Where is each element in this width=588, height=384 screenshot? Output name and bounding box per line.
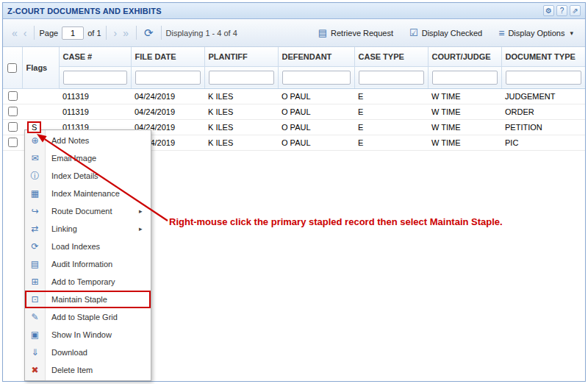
column-header-defendant[interactable]: DEFENDANT (278, 47, 354, 66)
menu-item-email-image[interactable]: ✉Email Image (25, 149, 151, 167)
menu-item-add-notes[interactable]: ⊕Add Notes (25, 132, 151, 149)
column-header-case-type[interactable]: CASE TYPE (354, 47, 428, 66)
menu-item-label: Load Indexes (45, 242, 139, 251)
filter-plantiff-input[interactable] (209, 71, 274, 85)
add-to-temporary-icon: ⊞ (25, 277, 45, 287)
menu-item-label: Show In Window (45, 330, 139, 339)
settings-icon[interactable]: ⚙ (543, 5, 554, 16)
cell-plantiff: K ILES (204, 119, 278, 135)
menu-item-index-maintenance[interactable]: ▦Index Maintenance (25, 185, 151, 202)
load-indexes-icon: ⟳ (25, 241, 45, 252)
row-checkbox[interactable] (8, 91, 18, 101)
display-options-button[interactable]: ≡ Display Options ▾ (492, 24, 579, 42)
row-checkbox[interactable] (8, 122, 18, 132)
cell-plantiff: K ILES (204, 104, 278, 119)
menu-item-label: Linking (45, 224, 139, 233)
linking-icon: ⇄ (25, 224, 45, 234)
prev-page-icon[interactable]: ‹ (21, 28, 30, 38)
toolbar-separator (136, 26, 137, 40)
submenu-arrow-icon: ▸ (139, 207, 151, 215)
staple-flag: S (27, 121, 41, 133)
filter-cell-case (59, 66, 131, 88)
menu-item-download[interactable]: ⇓Download (25, 344, 151, 361)
menu-item-label: Audit Information (45, 260, 139, 269)
display-options-label: Display Options (508, 29, 564, 38)
row-checkbox[interactable] (8, 138, 18, 147)
display-checked-button[interactable]: ☑ Display Checked (404, 24, 488, 41)
delete-item-icon: ✖ (25, 365, 45, 375)
zcourt-panel: Z-COURT DOCUMENTS AND EXHIBITS ⚙ ? ⇗ « ‹… (2, 2, 586, 382)
filter-cell-document-type (501, 66, 585, 88)
menu-item-route-document[interactable]: ↪Route Document▸ (25, 202, 151, 220)
menu-item-label: Delete Item (45, 366, 139, 374)
displaying-status: Displaying 1 - 4 of 4 (166, 29, 237, 38)
menu-item-add-to-staple-grid[interactable]: ✎Add to Staple Grid (25, 308, 151, 326)
retrieve-request-button[interactable]: ▤ Retrieve Request (312, 24, 399, 41)
menu-item-maintain-staple[interactable]: ⊡Maintain Staple (25, 291, 151, 308)
filter-defendant-input[interactable] (282, 71, 351, 85)
retrieve-request-icon: ▤ (318, 28, 327, 38)
next-page-icon[interactable]: › (111, 28, 121, 38)
cell-case-type: E (354, 88, 428, 104)
filter-document-type-input[interactable] (506, 71, 581, 85)
menu-item-load-indexes[interactable]: ⟳Load Indexes (25, 238, 151, 255)
cell-defendant: O PAUL (278, 88, 354, 104)
select-all-checkbox[interactable] (7, 63, 17, 73)
filter-court-judge-input[interactable] (432, 71, 498, 85)
cell-file-date: 04/24/2019 (131, 88, 204, 104)
column-header-file-date[interactable]: FILE DATE (131, 47, 204, 66)
add-to-staple-grid-icon: ✎ (25, 312, 45, 322)
cell-court-judge: W TIME (428, 88, 501, 104)
menu-item-label: Add to Staple Grid (45, 313, 139, 321)
menu-item-audit-information[interactable]: ▤Audit Information (25, 255, 151, 273)
route-document-icon: ↪ (25, 206, 45, 216)
first-page-icon[interactable]: « (9, 28, 21, 38)
index-details-icon: ⓘ (25, 170, 45, 182)
header-select-all-cell (3, 47, 22, 88)
cell-case-type: E (354, 104, 428, 119)
menu-item-label: Add to Temporary (45, 277, 139, 286)
column-header-flags[interactable]: Flags (22, 47, 59, 88)
cell-case-type: E (354, 135, 428, 150)
column-header-document-type[interactable]: DOCUMENT TYPE (501, 47, 585, 66)
page-of-label: of 1 (87, 29, 101, 38)
toolbar-separator (161, 26, 162, 40)
popout-icon[interactable]: ⇗ (570, 5, 581, 16)
retrieve-request-label: Retrieve Request (331, 29, 393, 38)
cell-file-date: 04/24/2019 (131, 104, 204, 119)
menu-item-linking[interactable]: ⇄Linking▸ (25, 220, 151, 238)
last-page-icon[interactable]: » (120, 28, 132, 38)
menu-item-label: Maintain Staple (45, 295, 139, 304)
help-icon[interactable]: ? (556, 5, 567, 16)
title-bar: Z-COURT DOCUMENTS AND EXHIBITS ⚙ ? ⇗ (3, 3, 585, 19)
row-checkbox-cell (3, 104, 22, 119)
show-in-window-icon: ▣ (25, 330, 45, 340)
column-header-court-judge[interactable]: COURT/JUDGE (428, 47, 501, 66)
table-row[interactable]: 01131904/24/2019K ILESO PAULEW TIMEJUDGE… (3, 88, 585, 104)
cell-court-judge: W TIME (428, 119, 501, 135)
toolbar-separator (34, 26, 35, 40)
menu-item-label: Index Details (45, 171, 139, 180)
page-label: Page (39, 29, 58, 38)
filter-cell-file-date (131, 66, 204, 88)
filter-case-type-input[interactable] (359, 71, 424, 85)
table-row[interactable]: 01131904/24/2019K ILESO PAULEW TIMEORDER (3, 104, 585, 119)
column-header-case[interactable]: CASE # (59, 47, 131, 66)
submenu-arrow-icon: ▸ (139, 225, 151, 232)
cell-plantiff: K ILES (204, 135, 278, 150)
column-header-plantiff[interactable]: PLANTIFF (204, 47, 278, 66)
toolbar-separator (106, 26, 107, 40)
refresh-icon[interactable]: ⟳ (141, 27, 157, 38)
flags-cell (22, 88, 59, 104)
menu-item-delete-item[interactable]: ✖Delete Item (25, 361, 151, 379)
row-checkbox-cell (3, 135, 22, 150)
row-checkbox[interactable] (8, 107, 18, 116)
filter-case-input[interactable] (63, 71, 127, 85)
menu-item-add-to-temporary[interactable]: ⊞Add to Temporary (25, 273, 151, 291)
add-notes-icon: ⊕ (25, 135, 45, 146)
page-input[interactable] (62, 26, 84, 40)
menu-item-index-details[interactable]: ⓘIndex Details (25, 167, 151, 185)
filter-file-date-input[interactable] (135, 71, 201, 85)
menu-item-label: Add Notes (45, 136, 139, 145)
menu-item-show-in-window[interactable]: ▣Show In Window (25, 326, 151, 344)
